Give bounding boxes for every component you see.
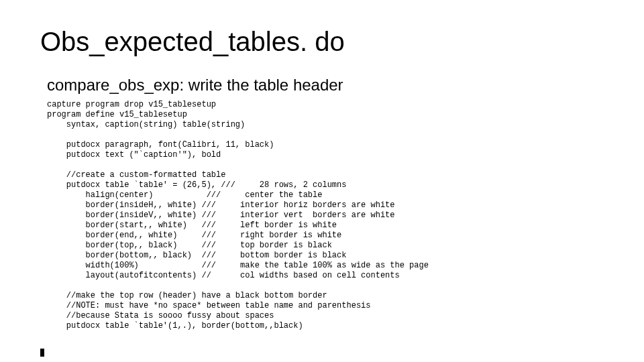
- code-block: capture program drop v15_tablesetup prog…: [47, 100, 604, 331]
- slide-title: Obs_expected_tables. do: [40, 27, 604, 57]
- decorative-mark: [40, 349, 44, 357]
- slide: Obs_expected_tables. do compare_obs_exp:…: [0, 0, 644, 362]
- slide-subtitle: compare_obs_exp: write the table header: [47, 76, 604, 95]
